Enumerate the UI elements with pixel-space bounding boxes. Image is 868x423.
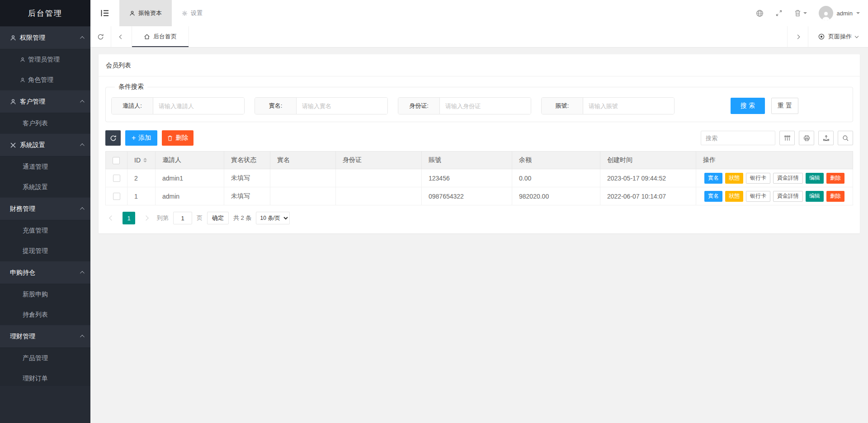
refresh-table-button[interactable] xyxy=(105,130,121,146)
search-magnifier-icon[interactable] xyxy=(838,131,853,145)
search-button[interactable]: 搜 索 xyxy=(731,98,765,114)
status-action-button[interactable]: 狀態 xyxy=(725,173,743,184)
sidebar-group-system-settings[interactable]: 系統設置 xyxy=(0,133,90,156)
sidebar-item-customer-list[interactable]: 客户列表 xyxy=(0,113,90,133)
user-icon xyxy=(20,57,25,62)
top-tab-settings[interactable]: 设置 xyxy=(172,0,212,26)
table-toolbar: 添加 删除 xyxy=(105,130,853,146)
filter-idcard-label: 身份证: xyxy=(398,98,440,114)
sidebar-group-permissions[interactable]: 权限管理 xyxy=(0,26,90,49)
edit-action-button[interactable]: 编辑 xyxy=(806,191,824,202)
filter-realname-label: 實名: xyxy=(255,98,297,114)
delete-action-button[interactable]: 删除 xyxy=(826,191,844,202)
status-action-button[interactable]: 狀態 xyxy=(725,191,743,202)
column-id[interactable]: ID xyxy=(127,152,156,169)
tools-icon xyxy=(10,142,16,148)
sidebar-item-label: 客户列表 xyxy=(23,119,48,128)
bankcard-action-button[interactable]: 银行卡 xyxy=(746,191,770,202)
filter-realname-input[interactable] xyxy=(297,98,387,114)
refresh-tab-icon[interactable] xyxy=(90,26,111,47)
sidebar-item-product-management[interactable]: 产品管理 xyxy=(0,348,90,368)
funds-detail-action-button[interactable]: 資金詳情 xyxy=(773,173,803,184)
fullscreen-icon[interactable] xyxy=(775,10,783,17)
goto-confirm-button[interactable]: 确定 xyxy=(207,212,229,224)
sidebar-item-new-stock-subscription[interactable]: 新股申购 xyxy=(0,284,90,304)
chevron-up-icon xyxy=(80,271,85,276)
cell-idcard xyxy=(336,187,422,205)
sidebar-item-recharge-management[interactable]: 充值管理 xyxy=(0,220,90,241)
bankcard-action-button[interactable]: 银行卡 xyxy=(746,173,770,184)
sidebar-item-role-management[interactable]: 角色管理 xyxy=(0,70,90,90)
page-number-current[interactable]: 1 xyxy=(123,212,135,224)
sidebar-item-system-settings[interactable]: 系統設置 xyxy=(0,177,90,197)
sort-icon[interactable] xyxy=(143,158,147,162)
sidebar-item-label: 持倉列表 xyxy=(23,311,48,319)
row-checkbox[interactable] xyxy=(113,175,120,182)
cell-realname-status: 未填写 xyxy=(224,169,270,187)
table-search-input[interactable] xyxy=(701,131,775,145)
sidebar-items: 新股申购 持倉列表 xyxy=(0,284,90,325)
sidebar-item-wealth-orders[interactable]: 理财订单 xyxy=(0,368,90,386)
sidebar-group-label: 系統設置 xyxy=(20,141,80,149)
content-area: 会员列表 条件搜索 邀請人: 實名: 身份证: xyxy=(90,48,868,423)
select-all-checkbox[interactable] xyxy=(113,157,120,164)
sidebar-item-label: 充值管理 xyxy=(23,227,48,235)
sidebar-item-position-list[interactable]: 持倉列表 xyxy=(0,304,90,325)
filter-account: 賬號: xyxy=(541,97,675,114)
page-size-select[interactable]: 10 条/页 xyxy=(256,212,290,224)
user-menu[interactable]: admin xyxy=(819,6,860,20)
goto-page-label: 到第 xyxy=(157,214,169,222)
filter-idcard-input[interactable] xyxy=(440,98,531,114)
sidebar-items: 充值管理 提现管理 xyxy=(0,220,90,261)
scroll-tabs-left-icon[interactable] xyxy=(111,26,132,47)
row-checkbox[interactable] xyxy=(113,193,120,200)
prev-page-icon[interactable] xyxy=(105,212,118,224)
print-icon[interactable] xyxy=(799,131,814,145)
sidebar-item-admin-management[interactable]: 管理员管理 xyxy=(0,49,90,70)
sidebar-group-wealth[interactable]: 理财管理 xyxy=(0,325,90,347)
reset-button[interactable]: 重 置 xyxy=(771,98,798,114)
filter-realname: 實名: xyxy=(255,97,388,114)
table-row: 1 admin 未填写 0987654322 982020.00 2022-06… xyxy=(106,187,853,205)
header-actions: admin xyxy=(756,0,868,26)
sidebar-group-subscription[interactable]: 申购持仓 xyxy=(0,261,90,284)
next-page-icon[interactable] xyxy=(140,212,152,224)
sidebar-item-channel-management[interactable]: 通道管理 xyxy=(0,157,90,177)
column-balance: 余额 xyxy=(512,152,600,169)
cell-account: 0987654322 xyxy=(422,187,512,205)
trash-icon xyxy=(794,10,801,17)
delete-button[interactable]: 删除 xyxy=(162,130,193,146)
edit-action-button[interactable]: 编辑 xyxy=(806,173,824,184)
sidebar-group-customers[interactable]: 客户管理 xyxy=(0,90,90,113)
page-title: 会员列表 xyxy=(99,54,860,76)
delete-action-button[interactable]: 删除 xyxy=(826,173,844,184)
chevron-up-icon xyxy=(80,207,85,212)
cell-inviter: admin xyxy=(156,187,224,205)
cell-balance: 0.00 xyxy=(512,169,600,187)
goto-page-input[interactable] xyxy=(173,212,192,224)
filter-inviter-input[interactable] xyxy=(153,98,244,114)
cell-realname-status: 未填写 xyxy=(224,187,270,205)
scroll-tabs-right-icon[interactable] xyxy=(787,26,808,47)
realname-action-button[interactable]: 實名 xyxy=(704,173,722,184)
columns-filter-icon[interactable] xyxy=(779,131,795,145)
sidebar: 后台管理 权限管理 管理员管理 角色管理 客户管理 客户列表 xyxy=(0,0,90,423)
top-tab-company[interactable]: 振翰资本 xyxy=(119,0,172,26)
realname-action-button[interactable]: 實名 xyxy=(704,191,722,202)
clear-cache-control[interactable] xyxy=(794,10,807,17)
export-icon[interactable] xyxy=(818,131,834,145)
page-operations-dropdown[interactable]: 页面操作 xyxy=(808,26,868,47)
tab-dashboard-home[interactable]: 后台首页 xyxy=(132,26,189,47)
cell-created-at: 2023-05-17 09:44:52 xyxy=(600,169,696,187)
collapse-menu-icon[interactable] xyxy=(90,0,119,26)
language-globe-icon[interactable] xyxy=(756,10,764,17)
filter-account-input[interactable] xyxy=(583,98,674,114)
funds-detail-action-button[interactable]: 資金詳情 xyxy=(773,191,803,202)
add-button[interactable]: 添加 xyxy=(125,130,157,146)
column-actions: 操作 xyxy=(696,152,853,169)
sidebar-items: 客户列表 xyxy=(0,113,90,133)
sidebar-group-label: 申购持仓 xyxy=(10,269,80,277)
caret-down-icon xyxy=(856,12,860,16)
sidebar-item-withdraw-management[interactable]: 提现管理 xyxy=(0,241,90,261)
sidebar-group-finance[interactable]: 財務管理 xyxy=(0,197,90,220)
